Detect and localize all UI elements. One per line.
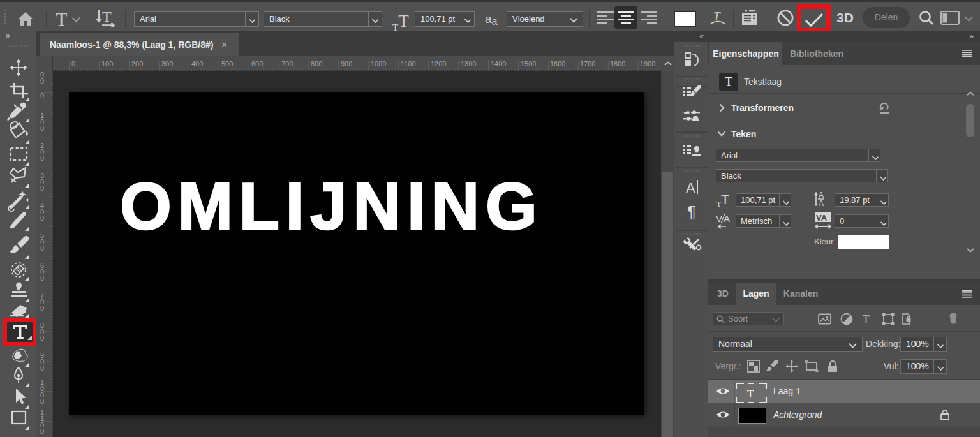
svg-text:0: 0 <box>40 427 44 435</box>
svg-text:0: 0 <box>40 304 44 312</box>
svg-text:800: 800 <box>311 60 322 68</box>
svg-text:A: A <box>819 199 824 207</box>
svg-text:0: 0 <box>40 274 44 282</box>
svg-text:1300: 1300 <box>461 60 476 68</box>
svg-text:1700: 1700 <box>580 60 595 68</box>
svg-text:1200: 1200 <box>431 60 446 68</box>
svg-text:T: T <box>747 388 754 400</box>
svg-text:0: 0 <box>71 60 75 68</box>
svg-text:0: 0 <box>40 154 44 162</box>
svg-text:0: 0 <box>40 334 44 342</box>
svg-text:0: 0 <box>40 364 44 372</box>
svg-text:1500: 1500 <box>521 60 536 68</box>
svg-text:700: 700 <box>281 60 293 68</box>
svg-text:300: 300 <box>161 60 173 68</box>
svg-text:0: 0 <box>40 184 44 192</box>
svg-text:100: 100 <box>101 60 113 68</box>
svg-text:0: 0 <box>40 244 44 252</box>
svg-text:1600: 1600 <box>550 60 565 68</box>
svg-text:1400: 1400 <box>491 60 506 68</box>
svg-text:200: 200 <box>131 60 143 68</box>
svg-text:0: 0 <box>40 92 44 100</box>
svg-text:400: 400 <box>191 60 203 68</box>
svg-text:0: 0 <box>40 77 44 85</box>
svg-text:A: A <box>819 191 824 200</box>
svg-text:T: T <box>102 10 112 25</box>
svg-text:1900: 1900 <box>640 60 655 68</box>
svg-text:0: 0 <box>40 124 44 132</box>
svg-text:¶: ¶ <box>687 202 696 221</box>
svg-text:T: T <box>863 313 870 326</box>
svg-text:600: 600 <box>251 60 263 68</box>
svg-text:1100: 1100 <box>401 60 416 68</box>
svg-text:900: 900 <box>341 60 352 68</box>
svg-text:0: 0 <box>40 397 44 405</box>
svg-text:1000: 1000 <box>371 60 386 68</box>
svg-text:500: 500 <box>221 60 233 68</box>
svg-text:VA: VA <box>816 213 828 223</box>
svg-text:1800: 1800 <box>610 60 625 68</box>
svg-text:A: A <box>686 180 695 196</box>
svg-text:0: 0 <box>40 214 44 222</box>
